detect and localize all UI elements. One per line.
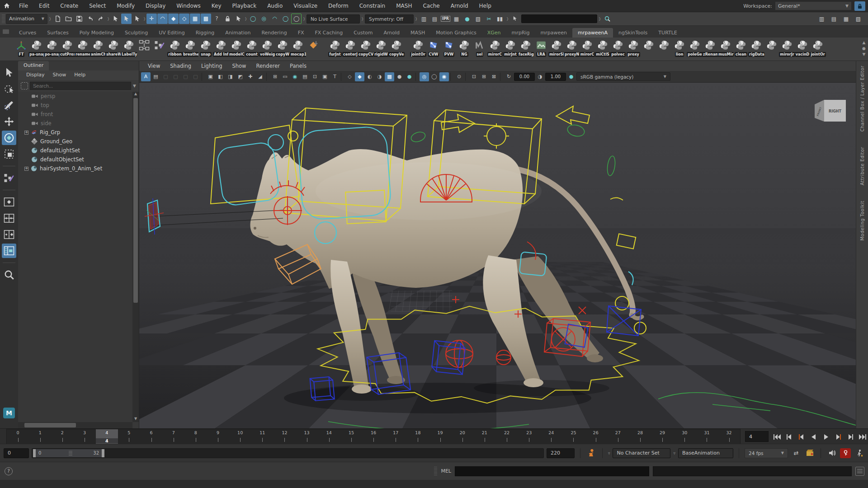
highlight-icon[interactable]: ◐ bbox=[365, 72, 374, 81]
exposure-field[interactable]: 0.00 bbox=[514, 73, 535, 81]
timeline-frame-2[interactable]: 2 bbox=[51, 429, 73, 444]
character-key-icon[interactable] bbox=[586, 448, 597, 458]
menu-display[interactable]: Display bbox=[140, 0, 171, 12]
use-all-lights-icon[interactable]: ▩ bbox=[385, 72, 394, 81]
shelf-button-count[interactable]: count bbox=[244, 38, 259, 60]
shelf-button-centerJ[interactable]: centerJ bbox=[343, 38, 358, 60]
shelf-button-mirorSl[interactable]: mirorSl bbox=[549, 38, 564, 60]
snapshot-icon[interactable]: ⊡ bbox=[469, 72, 479, 81]
snap-point-icon[interactable]: ◆ bbox=[168, 14, 179, 24]
timeline-frame-10[interactable]: 10 bbox=[229, 429, 251, 444]
shelf-tab-animation[interactable]: Animation bbox=[220, 28, 256, 38]
motion-blur-icon[interactable]: ◎ bbox=[420, 72, 429, 81]
menu-playback[interactable]: Playback bbox=[227, 0, 262, 12]
shelf-button-python[interactable] bbox=[764, 38, 779, 60]
shelf-button-polvec[interactable]: polvec bbox=[610, 38, 626, 60]
redo-icon[interactable] bbox=[96, 14, 106, 24]
outliner-horizontal-scrollbar[interactable] bbox=[18, 422, 132, 428]
outliner-menu-help[interactable]: Help bbox=[71, 70, 89, 80]
shelf-button-furJnt[interactable]: furJnt bbox=[327, 38, 343, 60]
animation-end-field[interactable]: 220 bbox=[547, 448, 575, 458]
section-collapse[interactable] bbox=[361, 14, 364, 24]
character-set-select[interactable]: No Character Set bbox=[613, 448, 670, 458]
shadows-icon[interactable]: ● bbox=[395, 72, 404, 81]
toggle-channel-box-icon[interactable]: ▥ bbox=[816, 14, 827, 24]
shelf-button-python[interactable] bbox=[641, 38, 656, 60]
render-region-icon[interactable]: ▤ bbox=[429, 14, 440, 24]
timeline-frame-0[interactable]: 0 bbox=[7, 429, 29, 444]
shelf-tab-rigging[interactable]: Rigging bbox=[190, 28, 220, 38]
shelf-button-FT[interactable]: FT bbox=[14, 38, 29, 60]
menu-select[interactable]: Select bbox=[84, 0, 111, 12]
shelf-tab-arnold[interactable]: Arnold bbox=[378, 28, 405, 38]
safe-action-icon[interactable]: ▣ bbox=[320, 72, 330, 81]
shelf-tab-menu-icon[interactable] bbox=[3, 29, 9, 34]
shelf-button-Add Inf[interactable]: Add Inf bbox=[213, 38, 229, 60]
shelf-button-zRenam[interactable]: zRenam bbox=[703, 38, 718, 60]
isolate-select-icon[interactable]: ⊙ bbox=[454, 72, 464, 81]
spare-1-icon[interactable]: ▢ bbox=[161, 72, 170, 81]
select-hierarchy-icon[interactable] bbox=[110, 14, 121, 24]
history-extra-icon[interactable]: ◯ bbox=[280, 14, 291, 24]
toggle-outliner-icon[interactable]: ▧ bbox=[853, 14, 863, 24]
timeline-frame-14[interactable]: 14 bbox=[318, 429, 340, 444]
shelf-tab-xgen[interactable]: XGen bbox=[482, 28, 506, 38]
timeline-frame-24[interactable]: 24 bbox=[540, 429, 562, 444]
menu-set-select[interactable]: Animation ▼ bbox=[6, 14, 47, 24]
file-new-icon[interactable] bbox=[52, 14, 63, 24]
toggle-tool-settings-icon[interactable]: ▦ bbox=[841, 14, 851, 24]
outliner-menu-show[interactable]: Show bbox=[49, 70, 70, 80]
select-highlight-icon[interactable]: A bbox=[141, 72, 151, 81]
outliner-vertical-scrollbar[interactable]: ▲ ▼ bbox=[132, 92, 139, 422]
outliner-item-hairSystem_0_Anim_Set[interactable]: hairSystem_0_Anim_Set bbox=[18, 164, 132, 173]
shelf-button-modelC[interactable]: modelC bbox=[229, 38, 244, 60]
shelf-button-proxy[interactable]: proxy bbox=[626, 38, 641, 60]
color-transform-select[interactable]: sRGB gamma (legacy)▼ bbox=[576, 72, 670, 81]
spare-3-icon[interactable]: ▢ bbox=[181, 72, 190, 81]
shelf-tab-curves[interactable]: Curves bbox=[14, 28, 42, 38]
layout-single-pane-icon[interactable] bbox=[2, 195, 16, 209]
outliner-item-front[interactable]: front bbox=[18, 110, 132, 119]
section-collapse[interactable] bbox=[48, 14, 52, 24]
shelf-button-mirorC[interactable]: mirorC bbox=[580, 38, 595, 60]
outliner-item-Ground_Geo[interactable]: Ground_Geo bbox=[18, 137, 132, 146]
paint-select-tool-icon[interactable] bbox=[2, 98, 16, 113]
workspace-select[interactable]: General* ▼ bbox=[775, 1, 852, 10]
expand-icon[interactable] bbox=[24, 131, 28, 135]
shelf-button-cutProx[interactable]: cutProx bbox=[60, 38, 75, 60]
shelf-tab-fx[interactable]: FX bbox=[292, 28, 310, 38]
shelf-button-animCh[interactable]: animCh bbox=[90, 38, 106, 60]
input-connections-icon[interactable]: ◯ bbox=[248, 14, 258, 24]
sidebar-tab-attribute[interactable]: Attribute Editor bbox=[860, 147, 865, 185]
menu-cache[interactable]: Cache bbox=[417, 0, 445, 12]
output-connections-icon[interactable]: ◠ bbox=[269, 14, 280, 24]
outliner-item-defaultLightSet[interactable]: defaultLightSet bbox=[18, 146, 132, 155]
grease-pencil-icon[interactable]: ▤ bbox=[151, 72, 160, 81]
camera-attrs-icon[interactable]: ▣ bbox=[206, 72, 215, 81]
texture-ball-icon[interactable]: ● bbox=[462, 14, 472, 24]
step-forward-frame-button[interactable] bbox=[844, 431, 856, 443]
viewport-menu-panels[interactable]: Panels bbox=[285, 63, 311, 69]
timeline-frame-26[interactable]: 26 bbox=[585, 429, 607, 444]
shelf-button-pa-snap[interactable]: pa-snap bbox=[29, 38, 44, 60]
animation-start-field[interactable]: 0 bbox=[4, 448, 29, 458]
section-collapse[interactable] bbox=[506, 14, 509, 24]
menu-file[interactable]: File bbox=[14, 0, 33, 12]
timeline-frame-15[interactable]: 15 bbox=[340, 429, 362, 444]
color-mgmt-icon[interactable]: ● bbox=[566, 72, 576, 81]
section-collapse[interactable] bbox=[107, 14, 110, 24]
shelf-tab-custom[interactable]: Custom bbox=[348, 28, 378, 38]
current-frame-field[interactable]: 4 bbox=[745, 431, 769, 442]
wireframe-icon[interactable]: ◇ bbox=[345, 72, 354, 81]
snap-view-plane-icon[interactable]: ▦ bbox=[190, 14, 200, 24]
chevron-icon[interactable]: ▿ bbox=[673, 451, 675, 455]
viewport-menu-view[interactable]: View bbox=[143, 63, 165, 69]
search-input[interactable] bbox=[30, 82, 131, 90]
outliner-item-top[interactable]: top bbox=[18, 101, 132, 110]
shelf-tab-mash[interactable]: MASH bbox=[405, 28, 430, 38]
workspace-lock-button[interactable] bbox=[854, 1, 865, 11]
outliner-menu-display[interactable]: Display bbox=[23, 70, 48, 80]
shelf-button-voWeig[interactable]: voWeig bbox=[259, 38, 275, 60]
section-collapse[interactable] bbox=[143, 14, 146, 24]
maya-logo-icon[interactable] bbox=[0, 2, 14, 9]
